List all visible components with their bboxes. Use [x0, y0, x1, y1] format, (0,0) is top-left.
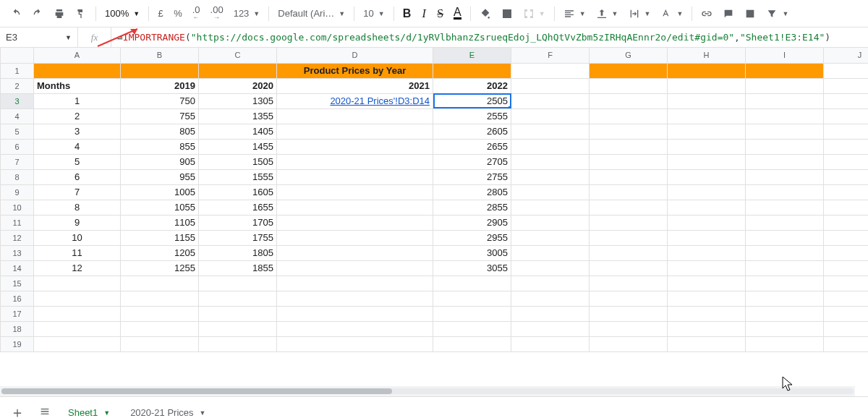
- redo-button[interactable]: [27, 5, 48, 22]
- percent-button[interactable]: %: [169, 5, 187, 22]
- cell[interactable]: 1205: [121, 245, 199, 260]
- col-header-B[interactable]: B: [121, 48, 199, 63]
- cell[interactable]: [824, 321, 869, 336]
- increase-decimal-button[interactable]: .00→: [206, 4, 228, 24]
- cell[interactable]: [277, 306, 433, 321]
- cell[interactable]: [511, 124, 590, 139]
- cell[interactable]: [824, 63, 869, 78]
- cell[interactable]: 2805: [433, 184, 511, 200]
- cell[interactable]: [746, 306, 824, 321]
- cell[interactable]: 2655: [433, 139, 511, 154]
- filter-dropdown[interactable]: ▼: [762, 5, 793, 22]
- cell[interactable]: 1105: [121, 215, 199, 230]
- cell[interactable]: 3055: [433, 260, 511, 276]
- cell[interactable]: [746, 245, 824, 260]
- italic-button[interactable]: I: [417, 4, 431, 23]
- cell[interactable]: [824, 306, 869, 321]
- cell[interactable]: [277, 245, 433, 260]
- cell[interactable]: [277, 276, 433, 291]
- text-color-button[interactable]: A: [449, 4, 466, 22]
- cell[interactable]: [590, 291, 668, 306]
- zoom-dropdown[interactable]: 100%▼: [101, 5, 144, 22]
- text-wrap-dropdown[interactable]: ▼: [624, 5, 655, 22]
- title-cell[interactable]: Product Prices by Year: [277, 63, 433, 78]
- cell[interactable]: 2020-21 Prices'!D3:D14: [277, 93, 433, 108]
- formula-input[interactable]: =IMPORTRANGE("https://docs.google.com/sp…: [111, 27, 868, 47]
- cell[interactable]: [277, 260, 433, 276]
- cell[interactable]: [277, 139, 433, 154]
- name-box[interactable]: E3 ▼: [0, 27, 78, 47]
- cell[interactable]: [590, 260, 668, 276]
- cell[interactable]: 2855: [433, 200, 511, 215]
- cell[interactable]: [277, 230, 433, 245]
- sheet-tab-active[interactable]: Sheet1▼: [61, 403, 117, 418]
- cell[interactable]: [590, 245, 668, 260]
- cell[interactable]: [668, 276, 746, 291]
- cell[interactable]: [277, 169, 433, 184]
- cell[interactable]: 1255: [121, 260, 199, 276]
- column-header-cell[interactable]: Months: [34, 78, 121, 93]
- cell[interactable]: [121, 291, 199, 306]
- col-header-G[interactable]: G: [590, 48, 668, 63]
- cell[interactable]: 10: [34, 230, 121, 245]
- cell[interactable]: [277, 336, 433, 351]
- cell[interactable]: [277, 124, 433, 139]
- cell[interactable]: 1855: [199, 260, 277, 276]
- cell[interactable]: [824, 260, 869, 276]
- cell[interactable]: [824, 124, 869, 139]
- insert-comment-button[interactable]: [718, 5, 739, 22]
- cell[interactable]: 1305: [199, 93, 277, 108]
- col-header-E[interactable]: E: [433, 48, 511, 63]
- cell[interactable]: 855: [121, 139, 199, 154]
- cell[interactable]: 1555: [199, 169, 277, 184]
- cell[interactable]: [433, 276, 511, 291]
- cell[interactable]: [277, 321, 433, 336]
- cell[interactable]: [199, 276, 277, 291]
- cell[interactable]: [277, 154, 433, 169]
- cell[interactable]: [511, 321, 590, 336]
- cell[interactable]: [824, 200, 869, 215]
- cell[interactable]: 1055: [121, 200, 199, 215]
- cell[interactable]: [668, 93, 746, 108]
- column-header-cell[interactable]: 2020: [199, 78, 277, 93]
- cell[interactable]: [668, 306, 746, 321]
- cell[interactable]: [277, 108, 433, 124]
- sheet-reference-link[interactable]: 2020-21 Prices'!D3:D14: [330, 95, 430, 106]
- cell[interactable]: 2605: [433, 124, 511, 139]
- col-header-J[interactable]: J: [824, 48, 869, 63]
- cell[interactable]: [34, 321, 121, 336]
- select-all-corner[interactable]: [1, 48, 34, 63]
- cell[interactable]: 9: [34, 215, 121, 230]
- cell[interactable]: 2555: [433, 108, 511, 124]
- cell[interactable]: [277, 184, 433, 200]
- insert-chart-button[interactable]: [740, 5, 760, 22]
- cell[interactable]: [590, 93, 668, 108]
- cell[interactable]: [511, 291, 590, 306]
- cell[interactable]: 2905: [433, 215, 511, 230]
- cell[interactable]: [590, 230, 668, 245]
- insert-link-button[interactable]: [697, 5, 717, 22]
- borders-button[interactable]: [497, 5, 517, 22]
- cell[interactable]: 7: [34, 184, 121, 200]
- row-header[interactable]: 14: [1, 260, 34, 276]
- cell[interactable]: [668, 124, 746, 139]
- cell[interactable]: [824, 169, 869, 184]
- cell[interactable]: [590, 184, 668, 200]
- cell[interactable]: [511, 108, 590, 124]
- row-header[interactable]: 2: [1, 78, 34, 93]
- col-header-I[interactable]: I: [746, 48, 824, 63]
- cell[interactable]: [824, 245, 869, 260]
- cell[interactable]: 1355: [199, 108, 277, 124]
- col-header-D[interactable]: D: [277, 48, 433, 63]
- cell[interactable]: [121, 276, 199, 291]
- cell[interactable]: [433, 63, 511, 78]
- col-header-H[interactable]: H: [668, 48, 746, 63]
- cell[interactable]: 3: [34, 124, 121, 139]
- cell[interactable]: [277, 291, 433, 306]
- cell[interactable]: [824, 291, 869, 306]
- cell[interactable]: [511, 336, 590, 351]
- cell[interactable]: [590, 321, 668, 336]
- cell[interactable]: [668, 291, 746, 306]
- cell[interactable]: [668, 184, 746, 200]
- column-header-cell[interactable]: 2022: [433, 78, 511, 93]
